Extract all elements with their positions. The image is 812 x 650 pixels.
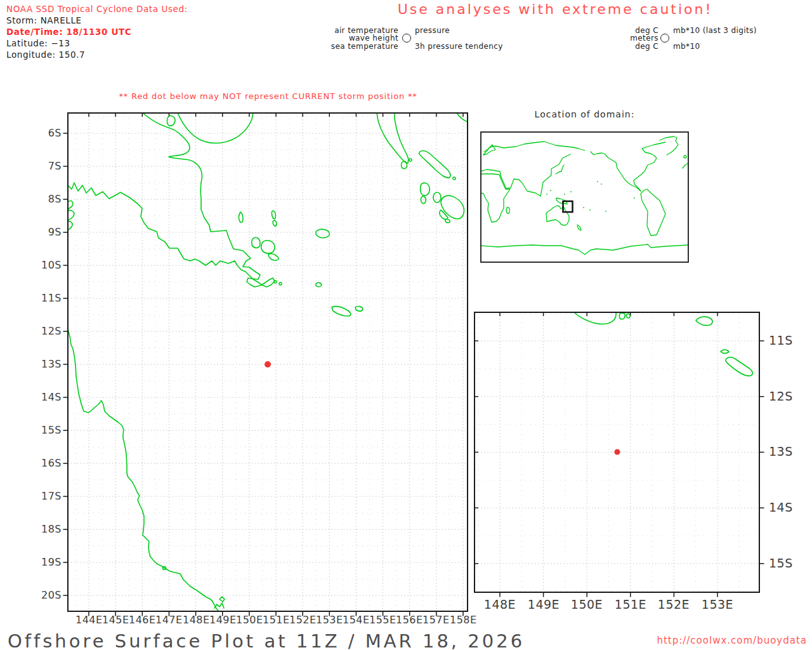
main-x-tick-label: 157E (422, 614, 449, 626)
main-y-tick-label: 7S (34, 160, 62, 172)
detail-y-tick-label: 14S (769, 500, 804, 514)
detail-y-tick-label: 13S (769, 444, 804, 458)
source-url-link[interactable]: http://coolwx.com/buoydata (634, 635, 807, 646)
main-y-tick-label: 19S (34, 556, 62, 568)
main-y-tick-label: 10S (34, 259, 62, 271)
main-x-tick-label: 145E (102, 614, 129, 626)
plot-title: Offshore Surface Plot at 11Z / MAR 18, 2… (8, 630, 525, 650)
main-x-tick-label: 148E (183, 614, 209, 626)
main-y-tick-label: 12S (34, 325, 62, 337)
main-x-tick-label: 151E (263, 614, 289, 626)
main-y-tick-label: 14S (34, 391, 62, 403)
detail-x-tick-label: 149E (524, 597, 563, 611)
detail-x-tick-label: 148E (480, 597, 520, 611)
world-inset-border (481, 132, 688, 262)
main-map-coastlines (68, 113, 468, 611)
main-y-tick-label: 8S (34, 193, 62, 205)
detail-x-tick-label: 152E (654, 597, 693, 611)
main-y-tick-label: 9S (34, 226, 62, 238)
main-x-tick-label: 150E (236, 614, 263, 626)
detail-map-grid (475, 312, 764, 597)
main-x-tick-label: 149E (209, 614, 236, 626)
main-y-tick-label: 6S (34, 127, 62, 139)
main-x-tick-label: 153E (316, 614, 343, 626)
main-y-tick-label: 11S (34, 292, 62, 304)
world-inset-coastlines (481, 136, 688, 255)
storm-position-dot (265, 361, 271, 368)
main-x-tick-label: 155E (369, 614, 396, 626)
domain-location-box (563, 201, 573, 212)
detail-y-tick-label: 15S (769, 556, 804, 570)
main-y-tick-label: 17S (34, 490, 62, 502)
main-x-tick-label: 156E (396, 614, 422, 626)
main-y-tick-label: 13S (34, 358, 62, 370)
main-x-tick-label: 152E (289, 614, 316, 626)
detail-map-coastlines (574, 312, 752, 455)
detail-x-tick-label: 151E (611, 597, 650, 611)
main-y-tick-label: 18S (34, 523, 62, 535)
detail-y-tick-label: 12S (769, 389, 804, 403)
detail-storm-position-dot (615, 449, 620, 455)
main-y-tick-label: 15S (34, 424, 62, 436)
main-y-tick-label: 16S (34, 457, 62, 469)
main-x-tick-label: 146E (129, 614, 155, 626)
main-x-tick-label: 144E (75, 614, 102, 626)
plot-canvas (0, 0, 812, 650)
offshore-surface-plot-page: NOAA SSD Tropical Cyclone Data Used: Sto… (0, 0, 812, 650)
detail-x-tick-label: 150E (567, 597, 606, 611)
main-y-tick-label: 20S (34, 589, 62, 601)
detail-x-tick-label: 153E (698, 597, 737, 611)
detail-y-tick-label: 11S (769, 333, 804, 347)
main-x-tick-label: 147E (155, 614, 182, 626)
main-x-tick-label: 158E (450, 614, 476, 626)
main-x-tick-label: 154E (343, 614, 369, 626)
